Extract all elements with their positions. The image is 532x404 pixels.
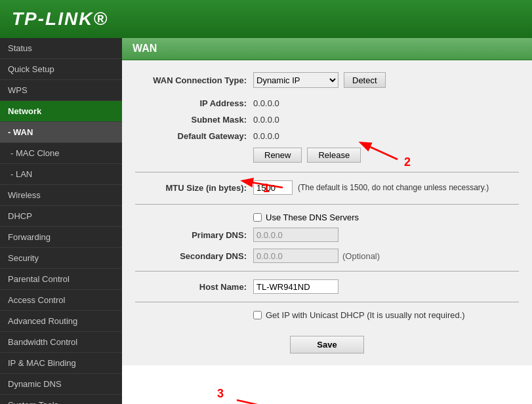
connection-type-select[interactable]: Dynamic IP Static IP PPPoE L2TP PPTP bbox=[253, 72, 338, 88]
sidebar-item-network[interactable]: Network bbox=[0, 101, 122, 122]
sidebar-item-mac-clone[interactable]: - MAC Clone bbox=[0, 143, 122, 164]
use-dns-label: Use These DNS Servers bbox=[266, 212, 359, 222]
default-gateway-value: 0.0.0.0 bbox=[253, 131, 279, 141]
sidebar-item-quick-setup[interactable]: Quick Setup bbox=[0, 59, 122, 80]
sidebar-item-forwarding[interactable]: Forwarding bbox=[0, 227, 122, 248]
subnet-mask-label: Subnet Mask: bbox=[135, 115, 253, 125]
logo-registered: ® bbox=[93, 9, 108, 30]
save-button[interactable]: Save bbox=[290, 336, 363, 354]
sidebar-item-wireless[interactable]: Wireless bbox=[0, 185, 122, 206]
detect-button[interactable]: Detect bbox=[344, 72, 386, 88]
renew-button[interactable]: Renew bbox=[253, 148, 302, 163]
host-name-label: Host Name: bbox=[135, 282, 253, 292]
sidebar-item-wps[interactable]: WPS bbox=[0, 80, 122, 101]
default-gateway-label: Default Gateway: bbox=[135, 131, 253, 141]
primary-dns-input[interactable] bbox=[253, 228, 338, 242]
connection-type-label: WAN Connection Type: bbox=[135, 75, 253, 85]
main-content: WAN WAN Connection Type: Dynamic IP Stat… bbox=[122, 38, 532, 365]
use-dns-checkbox[interactable] bbox=[253, 213, 262, 222]
sidebar-item-lan[interactable]: - LAN bbox=[0, 164, 122, 185]
ip-address-label: IP Address: bbox=[135, 98, 253, 108]
unicast-label: Get IP with Unicast DHCP (It is usually … bbox=[266, 310, 465, 320]
primary-dns-label: Primary DNS: bbox=[135, 230, 253, 240]
secondary-dns-input[interactable] bbox=[253, 249, 338, 263]
secondary-dns-label: Secondary DNS: bbox=[135, 251, 253, 261]
page-title: WAN bbox=[122, 38, 532, 60]
sidebar-item-access-control[interactable]: Access Control bbox=[0, 290, 122, 311]
sidebar-item-dhcp[interactable]: DHCP bbox=[0, 206, 122, 227]
sidebar-item-status[interactable]: Status bbox=[0, 38, 122, 59]
sidebar-item-dynamic-dns[interactable]: Dynamic DNS bbox=[0, 374, 122, 395]
host-name-input[interactable] bbox=[253, 279, 338, 294]
mtu-input[interactable] bbox=[253, 180, 293, 195]
svg-line-5 bbox=[237, 400, 289, 404]
ip-address-value: 0.0.0.0 bbox=[253, 98, 279, 108]
subnet-mask-value: 0.0.0.0 bbox=[253, 115, 279, 125]
svg-text:3: 3 bbox=[217, 387, 224, 400]
sidebar-item-wan[interactable]: - WAN bbox=[0, 122, 122, 143]
logo: TP-LINK bbox=[12, 9, 93, 30]
sidebar-item-advanced-routing[interactable]: Advanced Routing bbox=[0, 311, 122, 332]
sidebar-item-system-tools[interactable]: System Tools bbox=[0, 395, 122, 404]
header: TP-LINK® bbox=[0, 0, 532, 38]
mtu-note: (The default is 1500, do not change unle… bbox=[298, 183, 489, 192]
optional-text: (Optional) bbox=[342, 251, 380, 261]
sidebar-item-ip-mac-binding[interactable]: IP & MAC Binding bbox=[0, 353, 122, 374]
release-button[interactable]: Release bbox=[307, 148, 361, 163]
sidebar-item-security[interactable]: Security bbox=[0, 248, 122, 269]
mtu-label: MTU Size (in bytes): bbox=[135, 183, 253, 193]
sidebar-item-parental-control[interactable]: Parental Control bbox=[0, 269, 122, 290]
unicast-dhcp-checkbox[interactable] bbox=[253, 311, 262, 319]
sidebar-item-bandwidth-control[interactable]: Bandwidth Control bbox=[0, 332, 122, 353]
sidebar: Status Quick Setup WPS Network - WAN - M… bbox=[0, 38, 122, 404]
